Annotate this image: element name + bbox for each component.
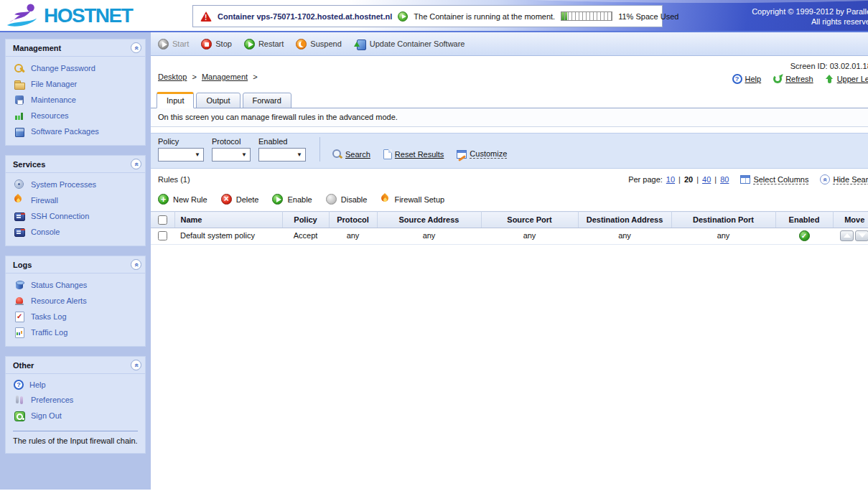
container-status-text: The Container is running at the moment.: [414, 12, 555, 21]
policy-filter-select[interactable]: ▼: [158, 148, 204, 162]
select-columns-button[interactable]: Select Columns: [740, 175, 808, 184]
collapse-section-button[interactable]: [131, 42, 141, 53]
restart-button[interactable]: Restart: [244, 39, 284, 50]
sidebar-item-traffic-log[interactable]: Traffic Log: [9, 324, 142, 340]
help-link[interactable]: Help: [732, 74, 762, 84]
sidebar-item-tasks-log[interactable]: Tasks Log: [9, 309, 142, 324]
refresh-link[interactable]: Refresh: [773, 74, 813, 84]
firewall-chain-tabs: Input Output Forward: [151, 85, 868, 108]
row-checkbox[interactable]: [158, 231, 167, 240]
move-up-button[interactable]: [840, 230, 854, 241]
enabled-filter-select[interactable]: ▼: [258, 148, 306, 162]
move-down-button[interactable]: [855, 230, 868, 241]
alert-icon: [14, 295, 25, 307]
select-columns-icon: [740, 175, 750, 184]
per-page-80[interactable]: 80: [720, 175, 729, 184]
customize-button[interactable]: Customize: [457, 149, 507, 159]
protocol-filter-select[interactable]: ▼: [212, 148, 251, 162]
rule-source-address-cell: any: [377, 228, 481, 244]
delete-button[interactable]: Delete: [221, 194, 259, 205]
update-software-icon: [354, 39, 366, 50]
collapse-section-button[interactable]: [131, 360, 141, 370]
terminal-icon: [14, 210, 25, 222]
sidebar-item-resource-alerts[interactable]: Resource Alerts: [9, 293, 142, 309]
per-page-separator: |: [678, 175, 681, 184]
tab-forward[interactable]: Forward: [243, 93, 291, 108]
sidebar-item-help[interactable]: Help: [9, 378, 142, 392]
sidebar-item-label: File Manager: [31, 80, 77, 88]
container-status-box: Container vps-75071-1702.hosted.at.hostn…: [192, 5, 663, 27]
link-label: Upper Level: [837, 75, 868, 83]
sidebar-item-label: Status Changes: [31, 281, 87, 289]
column-header-destination-address: Destination Address: [578, 212, 671, 228]
new-rule-button[interactable]: New Rule: [158, 194, 207, 205]
upper-level-link[interactable]: Upper Level: [825, 75, 868, 84]
sidebar: Management Change Password File Manager …: [0, 32, 151, 490]
sidebar-item-system-processes[interactable]: System Processes: [9, 177, 142, 192]
sidebar-item-firewall[interactable]: Firewall: [9, 192, 142, 208]
rule-source-port-cell: any: [481, 228, 578, 244]
firewall-setup-button[interactable]: Firewall Setup: [381, 194, 444, 205]
reset-results-button[interactable]: Reset Results: [383, 149, 444, 159]
suspend-button[interactable]: Suspend: [296, 39, 341, 50]
enable-button[interactable]: Enable: [272, 194, 312, 205]
per-page-40[interactable]: 40: [702, 175, 711, 184]
column-header-source-port: Source Port: [481, 212, 578, 228]
update-container-software-button[interactable]: Update Container Software: [354, 39, 465, 50]
enabled-check-icon: [799, 230, 810, 241]
sidebar-item-resources[interactable]: Resources: [9, 108, 142, 123]
search-panel: Policy ▼ Protocol ▼ Enabled: [151, 133, 868, 169]
per-page-separator: |: [714, 175, 717, 184]
table-row: Default system policy Accept any any any…: [151, 228, 868, 244]
select-all-cell: [151, 212, 174, 228]
chevron-down-icon: ▼: [195, 151, 200, 158]
tab-output[interactable]: Output: [196, 93, 240, 108]
column-header-move: Move: [833, 212, 868, 228]
tab-input[interactable]: Input: [157, 92, 194, 108]
sidebar-item-label: Console: [31, 228, 60, 236]
sidebar-item-file-manager[interactable]: File Manager: [9, 76, 142, 92]
sidebar-item-preferences[interactable]: Preferences: [9, 392, 142, 408]
button-label: Start: [172, 39, 189, 48]
search-button[interactable]: Search: [332, 149, 370, 159]
breadcrumb: Desktop > Management >: [158, 62, 261, 84]
sidebar-item-console[interactable]: Console: [9, 224, 142, 240]
breadcrumb-desktop[interactable]: Desktop: [158, 73, 187, 81]
space-used-fill: [561, 12, 567, 20]
rule-destination-address-cell: any: [578, 228, 671, 244]
sidebar-item-label: Resources: [31, 111, 69, 120]
table-header-row: Name Policy Protocol Source Address Sour…: [151, 212, 868, 228]
hide-search-button[interactable]: Hide Search: [820, 174, 868, 184]
disable-icon: [326, 194, 337, 205]
link-label: Help: [745, 75, 762, 83]
per-page-10[interactable]: 10: [666, 175, 675, 184]
sidebar-item-status-changes[interactable]: Status Changes: [9, 277, 142, 293]
stop-button[interactable]: Stop: [201, 39, 232, 50]
sidebar-item-label: System Processes: [31, 180, 96, 189]
sidebar-item-software-packages[interactable]: Software Packages: [9, 123, 142, 139]
button-label: Firewall Setup: [394, 195, 444, 204]
rule-move-cell: [833, 228, 868, 244]
rule-name-cell: Default system policy: [174, 228, 282, 244]
link-label: Refresh: [785, 75, 813, 83]
button-label: Stop: [215, 39, 232, 48]
section-header-logs: Logs: [6, 256, 145, 273]
rule-policy-cell: Accept: [282, 228, 329, 244]
select-all-checkbox[interactable]: [158, 215, 167, 225]
disable-button[interactable]: Disable: [326, 194, 368, 205]
sidebar-item-change-password[interactable]: Change Password: [9, 60, 142, 76]
breadcrumb-management[interactable]: Management: [202, 73, 248, 81]
start-button[interactable]: Start: [158, 39, 189, 50]
section-title: Management: [13, 44, 61, 52]
copyright-line1: Copyright © 1999-2012 by Parallels: [752, 6, 868, 17]
sidebar-item-maintenance[interactable]: Maintenance: [9, 92, 142, 108]
sidebar-section-other: Other Help Preferences Sign Out The rule: [5, 356, 146, 454]
collapse-section-button[interactable]: [131, 159, 141, 169]
sidebar-item-sign-out[interactable]: Sign Out: [9, 408, 142, 424]
restart-icon: [244, 39, 255, 50]
collapse-section-button[interactable]: [131, 259, 141, 270]
folder-icon: [14, 78, 25, 90]
sidebar-item-ssh-connection[interactable]: SSH Connection: [9, 208, 142, 224]
vps-control-panel: { "header": { "logo_text": "HOSTNET", "c…: [0, 0, 868, 491]
sidebar-item-label: Traffic Log: [31, 328, 67, 337]
